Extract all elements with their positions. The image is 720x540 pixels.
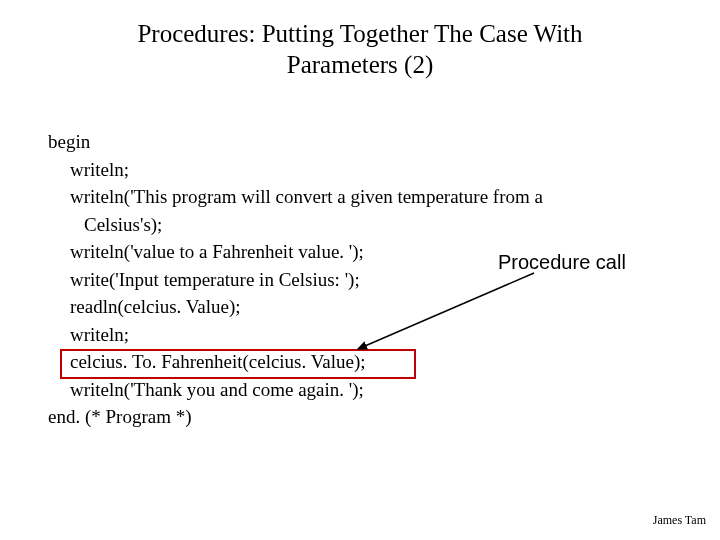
annotation-label: Procedure call — [498, 251, 626, 274]
code-line: writeln; — [70, 156, 543, 184]
code-line: write('Input temperature in Celsius: '); — [70, 266, 543, 294]
code-line: writeln('Thank you and come again. '); — [70, 376, 543, 404]
title-line-1: Procedures: Putting Together The Case Wi… — [0, 18, 720, 49]
code-line: Celsius's); — [84, 211, 543, 239]
title-line-2: Parameters (2) — [0, 49, 720, 80]
code-line: celcius. To. Fahrenheit(celcius. Value); — [70, 348, 543, 376]
code-line: begin — [48, 128, 543, 156]
code-line: readln(celcius. Value); — [70, 293, 543, 321]
code-line: writeln; — [70, 321, 543, 349]
code-line: writeln('This program will convert a giv… — [70, 183, 543, 211]
footer-author: James Tam — [653, 513, 706, 528]
code-line: end. (* Program *) — [48, 403, 543, 431]
slide-title: Procedures: Putting Together The Case Wi… — [0, 18, 720, 81]
code-block: begin writeln; writeln('This program wil… — [48, 128, 543, 431]
code-line: writeln('value to a Fahrenheit value. ')… — [70, 238, 543, 266]
